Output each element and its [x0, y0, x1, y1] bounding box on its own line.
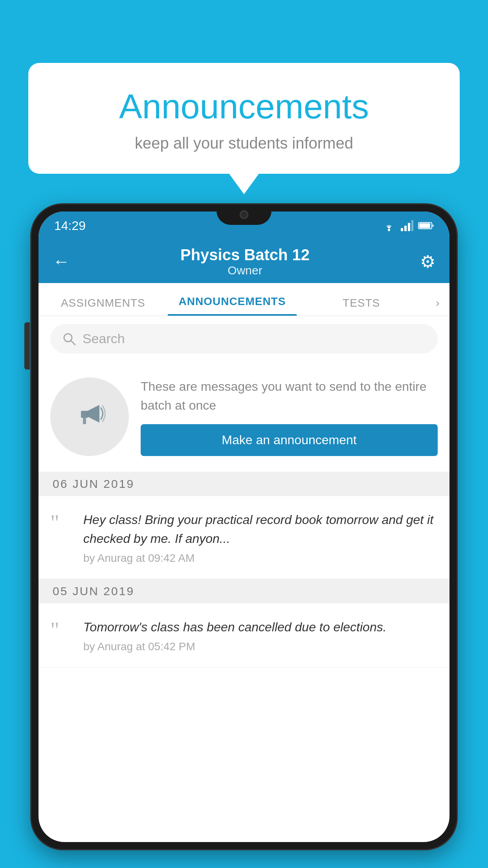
announcement-text-1: Hey class! Bring your practical record b…: [83, 510, 438, 548]
svg-rect-7: [419, 223, 430, 228]
settings-icon[interactable]: ⚙: [420, 252, 435, 272]
quote-icon-1: ": [50, 512, 74, 534]
announcement-item-2[interactable]: " Tomorrow's class has been cancelled du…: [39, 603, 449, 668]
svg-rect-12: [83, 418, 86, 424]
wifi-icon: [382, 220, 396, 231]
phone-outer: 14:29: [31, 204, 457, 849]
announcement-info-section: These are messages you want to send to t…: [39, 361, 449, 472]
svg-marker-10: [88, 405, 99, 423]
svg-rect-4: [411, 220, 413, 231]
battery-icon: [418, 221, 434, 230]
signal-icon: [401, 220, 413, 231]
megaphone-icon: [70, 397, 109, 436]
back-button[interactable]: ←: [53, 252, 70, 271]
svg-rect-11: [81, 411, 88, 418]
phone-wrapper: 14:29: [31, 204, 457, 868]
app-bar-subtitle: Owner: [180, 264, 310, 277]
status-time: 14:29: [54, 219, 86, 233]
announcement-meta-2: by Anurag at 05:42 PM: [83, 640, 438, 653]
svg-point-0: [388, 229, 390, 231]
search-placeholder: Search: [83, 331, 125, 346]
tab-assignments[interactable]: ASSIGNMENTS: [39, 297, 168, 316]
phone-screen: 14:29: [39, 211, 449, 842]
app-bar-title: Physics Batch 12: [180, 246, 310, 264]
svg-rect-6: [432, 224, 434, 227]
search-icon: [62, 332, 76, 346]
front-camera: [240, 210, 248, 219]
announcement-content-1: Hey class! Bring your practical record b…: [83, 510, 438, 565]
search-box[interactable]: Search: [50, 324, 438, 353]
search-container: Search: [39, 316, 449, 361]
speech-bubble: Announcements keep all your students inf…: [28, 63, 460, 174]
tab-more[interactable]: ›: [426, 297, 449, 316]
tab-announcements[interactable]: ANNOUNCEMENTS: [168, 295, 297, 316]
megaphone-circle: [50, 377, 129, 456]
phone-notch: [216, 204, 272, 225]
svg-rect-3: [408, 223, 410, 231]
speech-bubble-title: Announcements: [52, 86, 436, 127]
svg-rect-2: [404, 226, 407, 231]
status-icons: [382, 220, 434, 231]
announcement-description: These are messages you want to send to t…: [141, 377, 438, 415]
date-divider-1: 06 JUN 2019: [39, 472, 449, 496]
date-divider-2: 05 JUN 2019: [39, 579, 449, 603]
announcement-item-1[interactable]: " Hey class! Bring your practical record…: [39, 496, 449, 579]
tab-tests[interactable]: TESTS: [297, 297, 426, 316]
speech-bubble-subtitle: keep all your students informed: [52, 134, 436, 152]
announcement-text-2: Tomorrow's class has been cancelled due …: [83, 618, 438, 636]
app-bar-center: Physics Batch 12 Owner: [180, 246, 310, 277]
announcement-right: These are messages you want to send to t…: [141, 377, 438, 456]
announcement-content-2: Tomorrow's class has been cancelled due …: [83, 618, 438, 653]
tabs-bar: ASSIGNMENTS ANNOUNCEMENTS TESTS ›: [39, 283, 449, 316]
make-announcement-button[interactable]: Make an announcement: [141, 424, 438, 456]
svg-line-9: [71, 341, 75, 345]
quote-icon-2: ": [50, 619, 74, 641]
announcement-meta-1: by Anurag at 09:42 AM: [83, 552, 438, 565]
app-bar: ← Physics Batch 12 Owner ⚙: [39, 240, 449, 283]
svg-rect-1: [401, 228, 403, 231]
